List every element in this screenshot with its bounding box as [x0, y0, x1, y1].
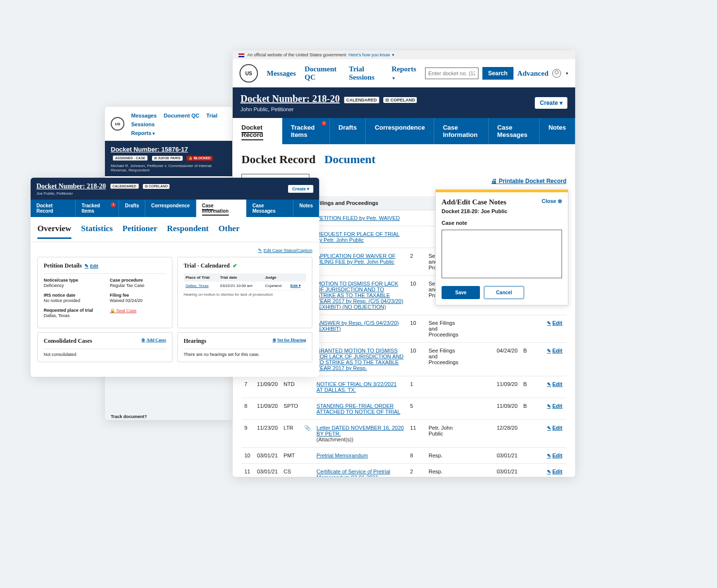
search-button[interactable]: Search: [482, 67, 513, 80]
w2-caption: Joe Public, Petitioner: [36, 191, 170, 196]
subtab-statistics[interactable]: Statistics: [81, 224, 113, 239]
printable-link[interactable]: 🖨 Printable Docket Record: [491, 178, 566, 185]
case-tabs: Docket Record Tracked Items! Drafts Corr…: [233, 118, 575, 144]
tab-case-info[interactable]: Case Information: [196, 200, 247, 217]
add-cases-link[interactable]: ⊕Add Cases: [141, 337, 166, 342]
w2-docket-header: Docket Number: 218-20 CALENDARED ⚖ COPEL…: [31, 178, 319, 200]
table-row: 811/09/20SPTOSTANDING PRE-TRIAL ORDER AT…: [241, 398, 566, 420]
edit-row-link[interactable]: ✎Edit: [547, 381, 563, 387]
gov-banner: An official website of the United States…: [233, 50, 575, 59]
close-button[interactable]: Close ⊗: [542, 198, 562, 204]
hearings-card: Hearings⊕Set for Hearing There are no he…: [177, 332, 312, 362]
tab-correspondence[interactable]: Correspondence: [145, 200, 196, 217]
judge-badge: ⚖ COPELAND: [143, 184, 170, 189]
subtab-overview[interactable]: Overview: [37, 224, 71, 239]
nav-messages[interactable]: Messages: [267, 69, 296, 78]
judge-badge: ⚖ COPELAND: [383, 97, 417, 103]
judge-badge: ⚖ JUDGE PARIS: [152, 156, 183, 161]
tab-drafts[interactable]: Drafts: [119, 200, 145, 217]
w1-docket-number[interactable]: Docket Number: 15876-17: [111, 146, 188, 153]
tab-tracked-items[interactable]: Tracked Items!: [76, 200, 119, 217]
place-link[interactable]: Dallas, Texas: [186, 284, 208, 288]
subtab-other[interactable]: Other: [219, 224, 239, 239]
assigned-badge: ASSIGNED - CASE: [113, 155, 148, 161]
blocked-badge: 🔒 BLOCKED: [187, 156, 213, 161]
edit-caption-link[interactable]: ✎Edit Case Status/Caption: [258, 248, 312, 253]
edit-row-link[interactable]: ✎Edit: [547, 320, 563, 326]
table-row: 911/23/20LTR📎Letter DATED NOVEMBER 16, 2…: [241, 420, 566, 448]
docket-search-input[interactable]: [425, 67, 478, 79]
doc-link[interactable]: REQUEST FOR PLACE OF TRIAL by Petr. John…: [317, 231, 400, 243]
edit-row-link[interactable]: ✎Edit: [547, 425, 563, 431]
case-note-label: Case note: [442, 220, 562, 226]
trial-edit-link[interactable]: Edit ▾: [290, 284, 301, 288]
trial-card: Trial - Calendared ✔ Place of TrialTrial…: [177, 257, 312, 328]
alert-icon: !: [111, 202, 116, 207]
doc-link[interactable]: Certificate of Service of Pretrial Memor…: [317, 469, 391, 477]
docket-caption: John Public, Petitioner: [240, 106, 417, 112]
create-button[interactable]: Create ▾: [288, 185, 313, 193]
subtab-petitioner[interactable]: Petitioner: [122, 224, 157, 239]
doc-link[interactable]: GRANTED MOTION TO DISMISS FOR LACK OF JU…: [317, 348, 404, 371]
edit-row-link[interactable]: ✎Edit: [547, 348, 563, 353]
cancel-button[interactable]: Cancel: [484, 286, 524, 299]
docket-number[interactable]: Docket Number: 218-20: [240, 93, 340, 104]
doc-link[interactable]: NOTICE OF TRIAL ON 3/22/2021 AT DALLAS, …: [317, 381, 397, 393]
modal-subtitle: Docket 218-20: Joe Public: [442, 208, 562, 214]
doc-link[interactable]: STANDING PRE-TRIAL ORDER ATTACHED TO NOT…: [317, 403, 401, 415]
advanced-link[interactable]: Advanced: [517, 69, 548, 78]
trial-note: Hearing on motion to dismiss for lack of…: [184, 292, 306, 297]
edit-row-link[interactable]: ✎Edit: [547, 453, 563, 458]
calendared-badge: CALENDARED: [110, 184, 139, 189]
tab-drafts[interactable]: Drafts: [330, 118, 366, 144]
save-button[interactable]: Save: [442, 286, 480, 299]
nav-docqc[interactable]: Document QC: [164, 113, 199, 118]
court-seal-icon: US: [239, 64, 258, 83]
consolidated-card: Consolidated Cases⊕Add Cases Not consoli…: [37, 332, 172, 362]
w1-topbar: US Messages Document QC Trial Sessions R…: [105, 107, 232, 141]
tab-notes[interactable]: Notes: [293, 200, 319, 217]
nav-messages[interactable]: Messages: [131, 113, 157, 118]
nav-docqc[interactable]: Document QC: [305, 65, 340, 82]
track-label: Track document?: [111, 414, 226, 419]
tab-notes[interactable]: Notes: [540, 118, 575, 144]
tab-case-info[interactable]: Case Information: [434, 118, 489, 144]
doc-link[interactable]: APPLICATION FOR WAIVER OF FILING FEE by …: [317, 253, 396, 265]
user-icon[interactable]: [552, 69, 561, 78]
set-hearing-link[interactable]: ⊕Set for Hearing: [273, 337, 306, 342]
us-flag-icon: [239, 53, 244, 57]
w1-caption: Michael R. Johnson, Petitioner v. Commis…: [111, 164, 226, 172]
seal-case-link[interactable]: 🔒 Seal Case: [110, 308, 137, 313]
table-row: 1103/01/21CSCertificate of Service of Pr…: [241, 464, 566, 477]
court-seal-icon: US: [111, 117, 124, 131]
calendared-badge: CALENDARED: [344, 97, 379, 103]
nav-reports[interactable]: Reports ▾: [392, 65, 416, 82]
w1-docket-header: Docket Number: 15876-17 ASSIGNED - CASE …: [105, 141, 232, 176]
tab-case-messages[interactable]: Case Messages: [489, 118, 540, 144]
create-button[interactable]: Create ▾: [535, 97, 567, 109]
doc-link[interactable]: MOTION TO DISMISS FOR LACK OF JURISDICTI…: [317, 281, 404, 310]
tab-tracked-items[interactable]: Tracked Items!: [282, 118, 330, 144]
overview-subtabs: Overview Statistics Petitioner Responden…: [31, 217, 319, 242]
paperclip-icon: 📎: [304, 425, 311, 431]
doc-link[interactable]: PETITION FILED by Petr. WAIVED: [317, 215, 400, 221]
subtab-respondent[interactable]: Respondent: [167, 224, 209, 239]
how-know-link[interactable]: Here's how you know ▾: [348, 52, 394, 57]
tab-docket-record[interactable]: Docket Record: [31, 200, 76, 217]
th-filings: Filings and Proceedings: [314, 196, 408, 210]
case-note-textarea[interactable]: [442, 230, 562, 278]
tab-case-messages[interactable]: Case Messages: [246, 200, 293, 217]
edit-petition-link[interactable]: ✎Edit: [85, 263, 98, 269]
doc-link[interactable]: ANSWER by Resp. (C/S 04/23/20) (EXHIBIT): [317, 320, 399, 332]
nav-trial[interactable]: Trial Sessions: [349, 65, 383, 82]
edit-row-link[interactable]: ✎Edit: [547, 469, 563, 474]
tab-correspondence[interactable]: Correspondence: [366, 118, 434, 144]
w2-docket-number[interactable]: Docket Number: 218-20: [36, 183, 106, 190]
tab-docket-record[interactable]: Docket Record: [233, 118, 282, 144]
doc-link[interactable]: Letter DATED NOVEMBER 16, 2020 BY PETR.: [317, 425, 404, 437]
hearings-body: There are no hearings set for this case.: [184, 352, 306, 357]
nav-reports[interactable]: Reports▾: [131, 130, 155, 136]
doc-link[interactable]: Pretrial Memorandum: [317, 453, 368, 458]
alert-icon: !: [322, 121, 326, 126]
edit-row-link[interactable]: ✎Edit: [547, 403, 563, 409]
